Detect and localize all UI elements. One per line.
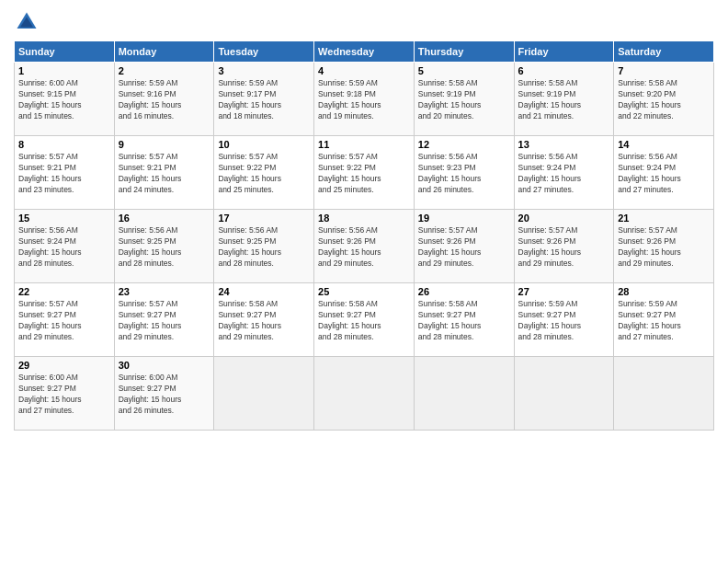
day-info: Sunrise: 5:56 AM Sunset: 9:23 PM Dayligh… bbox=[418, 152, 510, 196]
day-info: Sunrise: 5:58 AM Sunset: 9:19 PM Dayligh… bbox=[418, 78, 510, 122]
day-number: 18 bbox=[318, 213, 410, 224]
day-number: 11 bbox=[318, 139, 410, 150]
day-number: 3 bbox=[218, 65, 310, 76]
weekday-tuesday: Tuesday bbox=[214, 41, 314, 63]
day-number: 20 bbox=[518, 213, 610, 224]
calendar-cell: 18Sunrise: 5:56 AM Sunset: 9:26 PM Dayli… bbox=[314, 210, 415, 283]
day-info: Sunrise: 5:58 AM Sunset: 9:20 PM Dayligh… bbox=[618, 78, 710, 122]
day-number: 25 bbox=[318, 286, 410, 297]
day-number: 28 bbox=[618, 286, 710, 297]
day-info: Sunrise: 5:58 AM Sunset: 9:27 PM Dayligh… bbox=[218, 299, 310, 343]
calendar-cell: 13Sunrise: 5:56 AM Sunset: 9:24 PM Dayli… bbox=[514, 136, 614, 210]
day-info: Sunrise: 5:56 AM Sunset: 9:24 PM Dayligh… bbox=[618, 152, 710, 196]
calendar-cell: 28Sunrise: 5:59 AM Sunset: 9:27 PM Dayli… bbox=[614, 283, 714, 357]
calendar-cell bbox=[514, 357, 614, 431]
day-number: 15 bbox=[18, 213, 110, 224]
day-info: Sunrise: 5:57 AM Sunset: 9:22 PM Dayligh… bbox=[318, 152, 410, 196]
day-number: 14 bbox=[618, 139, 710, 150]
calendar-cell: 22Sunrise: 5:57 AM Sunset: 9:27 PM Dayli… bbox=[15, 283, 115, 357]
day-number: 29 bbox=[18, 360, 110, 371]
calendar-cell: 24Sunrise: 5:58 AM Sunset: 9:27 PM Dayli… bbox=[214, 283, 314, 357]
calendar-cell: 23Sunrise: 5:57 AM Sunset: 9:27 PM Dayli… bbox=[114, 283, 214, 357]
day-number: 9 bbox=[119, 139, 210, 150]
logo-icon bbox=[14, 9, 40, 35]
calendar-cell: 15Sunrise: 5:56 AM Sunset: 9:24 PM Dayli… bbox=[15, 210, 115, 283]
day-info: Sunrise: 5:56 AM Sunset: 9:24 PM Dayligh… bbox=[518, 152, 610, 196]
calendar-cell bbox=[214, 357, 314, 431]
week-row-4: 22Sunrise: 5:57 AM Sunset: 9:27 PM Dayli… bbox=[15, 283, 714, 357]
day-number: 10 bbox=[218, 139, 310, 150]
day-info: Sunrise: 5:57 AM Sunset: 9:22 PM Dayligh… bbox=[218, 152, 310, 196]
day-number: 2 bbox=[119, 65, 210, 76]
calendar-cell: 17Sunrise: 5:56 AM Sunset: 9:25 PM Dayli… bbox=[214, 210, 314, 283]
day-number: 1 bbox=[18, 65, 110, 76]
day-info: Sunrise: 5:59 AM Sunset: 9:16 PM Dayligh… bbox=[119, 78, 210, 122]
day-info: Sunrise: 6:00 AM Sunset: 9:27 PM Dayligh… bbox=[119, 373, 210, 417]
day-info: Sunrise: 5:57 AM Sunset: 9:26 PM Dayligh… bbox=[618, 225, 710, 270]
day-info: Sunrise: 5:57 AM Sunset: 9:27 PM Dayligh… bbox=[119, 299, 210, 343]
calendar-cell: 6Sunrise: 5:58 AM Sunset: 9:19 PM Daylig… bbox=[514, 63, 614, 136]
weekday-sunday: Sunday bbox=[15, 41, 115, 63]
weekday-friday: Friday bbox=[514, 41, 614, 63]
calendar-cell: 19Sunrise: 5:57 AM Sunset: 9:26 PM Dayli… bbox=[414, 210, 514, 283]
day-info: Sunrise: 5:56 AM Sunset: 9:26 PM Dayligh… bbox=[318, 225, 410, 270]
day-number: 23 bbox=[119, 286, 210, 297]
day-number: 4 bbox=[318, 65, 410, 76]
weekday-monday: Monday bbox=[114, 41, 214, 63]
day-info: Sunrise: 5:56 AM Sunset: 9:24 PM Dayligh… bbox=[18, 225, 110, 270]
day-number: 8 bbox=[18, 139, 110, 150]
day-number: 7 bbox=[618, 65, 710, 76]
day-number: 16 bbox=[119, 213, 210, 224]
calendar-cell: 16Sunrise: 5:56 AM Sunset: 9:25 PM Dayli… bbox=[114, 210, 214, 283]
day-number: 19 bbox=[418, 213, 510, 224]
day-number: 13 bbox=[518, 139, 610, 150]
calendar-cell bbox=[614, 357, 714, 431]
calendar-cell: 14Sunrise: 5:56 AM Sunset: 9:24 PM Dayli… bbox=[614, 136, 714, 210]
day-number: 12 bbox=[418, 139, 510, 150]
calendar-cell: 10Sunrise: 5:57 AM Sunset: 9:22 PM Dayli… bbox=[214, 136, 314, 210]
logo bbox=[14, 9, 43, 35]
day-number: 5 bbox=[418, 65, 510, 76]
day-info: Sunrise: 5:57 AM Sunset: 9:26 PM Dayligh… bbox=[518, 225, 610, 270]
day-info: Sunrise: 5:56 AM Sunset: 9:25 PM Dayligh… bbox=[119, 225, 210, 270]
header bbox=[14, 9, 714, 35]
day-info: Sunrise: 5:58 AM Sunset: 9:27 PM Dayligh… bbox=[418, 299, 510, 343]
day-info: Sunrise: 6:00 AM Sunset: 9:15 PM Dayligh… bbox=[18, 78, 110, 122]
calendar-cell: 30Sunrise: 6:00 AM Sunset: 9:27 PM Dayli… bbox=[114, 357, 214, 431]
day-info: Sunrise: 5:57 AM Sunset: 9:21 PM Dayligh… bbox=[119, 152, 210, 196]
calendar-cell bbox=[314, 357, 415, 431]
calendar-cell: 3Sunrise: 5:59 AM Sunset: 9:17 PM Daylig… bbox=[214, 63, 314, 136]
day-info: Sunrise: 5:56 AM Sunset: 9:25 PM Dayligh… bbox=[218, 225, 310, 270]
calendar-cell: 11Sunrise: 5:57 AM Sunset: 9:22 PM Dayli… bbox=[314, 136, 415, 210]
day-number: 6 bbox=[518, 65, 610, 76]
day-info: Sunrise: 5:57 AM Sunset: 9:26 PM Dayligh… bbox=[418, 225, 510, 270]
day-number: 24 bbox=[218, 286, 310, 297]
calendar-cell: 25Sunrise: 5:58 AM Sunset: 9:27 PM Dayli… bbox=[314, 283, 415, 357]
day-info: Sunrise: 6:00 AM Sunset: 9:27 PM Dayligh… bbox=[18, 373, 110, 417]
day-number: 26 bbox=[418, 286, 510, 297]
week-row-5: 29Sunrise: 6:00 AM Sunset: 9:27 PM Dayli… bbox=[15, 357, 714, 431]
calendar-cell: 5Sunrise: 5:58 AM Sunset: 9:19 PM Daylig… bbox=[414, 63, 514, 136]
calendar-cell: 8Sunrise: 5:57 AM Sunset: 9:21 PM Daylig… bbox=[15, 136, 115, 210]
calendar-cell: 4Sunrise: 5:59 AM Sunset: 9:18 PM Daylig… bbox=[314, 63, 415, 136]
calendar-cell: 26Sunrise: 5:58 AM Sunset: 9:27 PM Dayli… bbox=[414, 283, 514, 357]
calendar-cell: 12Sunrise: 5:56 AM Sunset: 9:23 PM Dayli… bbox=[414, 136, 514, 210]
day-number: 17 bbox=[218, 213, 310, 224]
day-info: Sunrise: 5:59 AM Sunset: 9:27 PM Dayligh… bbox=[518, 299, 610, 343]
calendar-cell: 21Sunrise: 5:57 AM Sunset: 9:26 PM Dayli… bbox=[614, 210, 714, 283]
weekday-wednesday: Wednesday bbox=[314, 41, 415, 63]
calendar-table: SundayMondayTuesdayWednesdayThursdayFrid… bbox=[14, 40, 714, 431]
week-row-2: 8Sunrise: 5:57 AM Sunset: 9:21 PM Daylig… bbox=[15, 136, 714, 210]
weekday-saturday: Saturday bbox=[614, 41, 714, 63]
calendar-cell: 9Sunrise: 5:57 AM Sunset: 9:21 PM Daylig… bbox=[114, 136, 214, 210]
page-container: SundayMondayTuesdayWednesdayThursdayFrid… bbox=[0, 0, 728, 440]
day-number: 30 bbox=[119, 360, 210, 371]
day-info: Sunrise: 5:57 AM Sunset: 9:21 PM Dayligh… bbox=[18, 152, 110, 196]
day-number: 27 bbox=[518, 286, 610, 297]
weekday-header-row: SundayMondayTuesdayWednesdayThursdayFrid… bbox=[15, 41, 714, 63]
calendar-cell: 1Sunrise: 6:00 AM Sunset: 9:15 PM Daylig… bbox=[15, 63, 115, 136]
calendar-cell: 29Sunrise: 6:00 AM Sunset: 9:27 PM Dayli… bbox=[15, 357, 115, 431]
weekday-thursday: Thursday bbox=[414, 41, 514, 63]
calendar-cell: 7Sunrise: 5:58 AM Sunset: 9:20 PM Daylig… bbox=[614, 63, 714, 136]
day-number: 21 bbox=[618, 213, 710, 224]
